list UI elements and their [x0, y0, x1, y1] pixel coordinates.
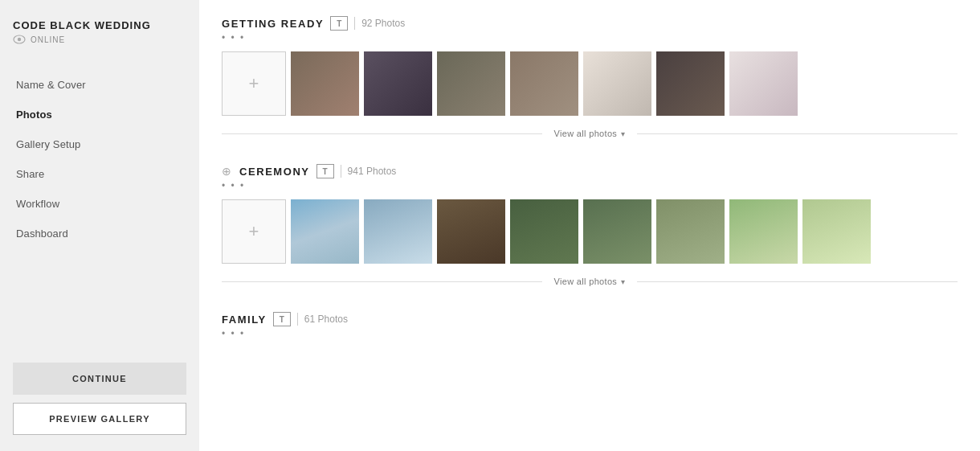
- family-text-icon[interactable]: T: [273, 312, 291, 326]
- svg-point-1: [18, 38, 21, 41]
- ceremony-header: ⊕ CEREMONY T 941 Photos: [222, 164, 958, 178]
- plus-icon: +: [249, 75, 259, 92]
- view-all-ceremony: View all photos ▾: [222, 277, 958, 286]
- photo-thumb: [656, 199, 725, 264]
- family-dots: • • •: [222, 328, 958, 339]
- ceremony-dots: • • •: [222, 180, 958, 191]
- getting-ready-header: GETTING READY T 92 Photos: [222, 16, 958, 31]
- family-title: FAMILY: [222, 314, 267, 326]
- sidebar-nav: Name & Cover Photos Gallery Setup Share …: [13, 70, 186, 350]
- eye-icon: [13, 35, 26, 44]
- chevron-down-icon: ▾: [621, 129, 625, 138]
- photo-thumb: [729, 199, 798, 264]
- photo-thumb: [437, 51, 505, 116]
- divider: [341, 165, 341, 178]
- plus-icon: +: [249, 223, 259, 240]
- family-count: 61 Photos: [304, 314, 348, 325]
- sidebar-item-share[interactable]: Share: [13, 159, 186, 189]
- photo-thumb: [583, 199, 651, 264]
- photo-thumb: [291, 51, 359, 116]
- divider: [297, 313, 298, 326]
- photo-thumb: [656, 51, 725, 116]
- getting-ready-text-icon[interactable]: T: [330, 16, 348, 31]
- brand: CODE BLACK WEDDING ONLINE: [13, 19, 186, 44]
- ceremony-title: CEREMONY: [239, 166, 310, 178]
- sidebar-item-name-cover[interactable]: Name & Cover: [13, 70, 186, 100]
- getting-ready-count: 92 Photos: [361, 18, 405, 29]
- getting-ready-photos: +: [222, 51, 958, 116]
- line-left: [222, 133, 542, 134]
- brand-title: CODE BLACK WEDDING: [13, 19, 186, 31]
- line-left: [222, 281, 542, 282]
- photo-thumb: [802, 199, 871, 264]
- continue-button[interactable]: CONTINUE: [13, 363, 186, 395]
- ceremony-text-icon[interactable]: T: [316, 164, 334, 178]
- family-section: FAMILY T 61 Photos • • •: [222, 312, 958, 339]
- sidebar-item-workflow[interactable]: Workflow: [13, 189, 186, 219]
- sidebar-item-photos[interactable]: Photos: [13, 100, 186, 129]
- status-label: ONLINE: [31, 35, 65, 44]
- chevron-down-icon: ▾: [621, 277, 625, 286]
- view-all-photos-button-ceremony[interactable]: View all photos ▾: [542, 277, 636, 286]
- photo-thumb: [510, 199, 578, 264]
- sidebar-buttons: CONTINUE PREVIEW GALLERY: [13, 363, 186, 435]
- main-content: GETTING READY T 92 Photos • • • + View a…: [199, 0, 980, 451]
- photo-thumb: [510, 51, 578, 116]
- photo-thumb: [291, 199, 359, 264]
- getting-ready-section: GETTING READY T 92 Photos • • • + View a…: [222, 16, 958, 138]
- getting-ready-title: GETTING READY: [222, 18, 324, 30]
- status-row: ONLINE: [13, 35, 186, 44]
- photo-thumb: [729, 51, 798, 116]
- view-all-photos-button-gr[interactable]: View all photos ▾: [542, 129, 636, 138]
- photo-thumb: [364, 199, 432, 264]
- line-right: [637, 133, 958, 134]
- ceremony-photos: +: [222, 199, 958, 264]
- drag-handle-icon[interactable]: ⊕: [222, 165, 231, 178]
- photo-thumb: [583, 51, 651, 116]
- divider: [354, 17, 355, 30]
- photo-thumb: [364, 51, 432, 116]
- add-photo-button-gr[interactable]: +: [222, 51, 286, 116]
- sidebar-item-dashboard[interactable]: Dashboard: [13, 219, 186, 248]
- ceremony-section: ⊕ CEREMONY T 941 Photos • • • + View all…: [222, 164, 958, 286]
- photo-thumb: [437, 199, 505, 264]
- sidebar-item-gallery-setup[interactable]: Gallery Setup: [13, 129, 186, 159]
- family-header: FAMILY T 61 Photos: [222, 312, 958, 326]
- preview-gallery-button[interactable]: PREVIEW GALLERY: [13, 403, 186, 435]
- view-all-getting-ready: View all photos ▾: [222, 129, 958, 138]
- ceremony-count: 941 Photos: [348, 166, 397, 177]
- line-right: [637, 281, 958, 282]
- sidebar: CODE BLACK WEDDING ONLINE Name & Cover P…: [0, 0, 199, 451]
- getting-ready-dots: • • •: [222, 32, 958, 43]
- add-photo-button-ceremony[interactable]: +: [222, 199, 286, 264]
